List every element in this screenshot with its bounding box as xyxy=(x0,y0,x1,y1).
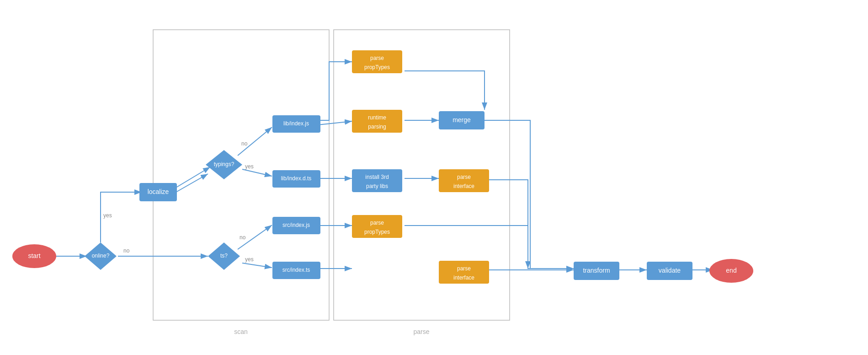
node-typings-label: typings? xyxy=(214,161,234,167)
node-parse-interface-2-label-1: parse xyxy=(457,265,471,272)
node-runtime-parsing-label-1: runtime xyxy=(368,114,386,121)
node-parse-interface-1: parse interface xyxy=(439,169,489,192)
svg-line-10 xyxy=(242,169,272,176)
node-parse-proptypes-1-label-1: parse xyxy=(370,55,384,61)
node-lib-index-dts: lib/index.d.ts xyxy=(272,170,320,188)
node-validate: validate xyxy=(647,262,692,280)
node-end: end xyxy=(709,259,753,283)
svg-line-7 xyxy=(176,167,210,188)
node-online-label: online? xyxy=(92,253,110,259)
node-parse-proptypes-1: parse propTypes xyxy=(352,50,402,73)
node-parse-proptypes-2-label-2: propTypes xyxy=(364,229,390,235)
node-parse-interface-1-label-2: interface xyxy=(453,183,474,189)
node-parse-proptypes-1-label-2: propTypes xyxy=(364,64,390,70)
node-lib-index-js: lib/index.js xyxy=(272,115,320,133)
node-install-3rd-label-1: install 3rd xyxy=(365,174,389,180)
node-transform-label: transform xyxy=(583,267,610,274)
svg-text:no: no xyxy=(240,234,246,241)
node-install-3rd-label-2: party libs xyxy=(366,183,388,189)
svg-text:yes: yes xyxy=(245,163,254,170)
node-localize-label: localize xyxy=(148,188,169,195)
node-merge-label: merge xyxy=(453,116,471,124)
svg-text:no: no xyxy=(241,140,248,147)
node-localize: localize xyxy=(139,183,177,201)
svg-line-4 xyxy=(176,174,208,192)
diagram-container: scan parse yes no no yes no yes xyxy=(0,0,868,355)
node-typings: typings? xyxy=(206,150,242,179)
svg-text:yes: yes xyxy=(103,212,112,219)
node-start: start xyxy=(12,244,56,268)
node-install-3rd: install 3rd party libs xyxy=(352,169,402,192)
node-parse-interface-1-label-1: parse xyxy=(457,174,471,180)
node-parse-proptypes-2-label-1: parse xyxy=(370,220,384,226)
group-parse-label: parse xyxy=(413,328,429,335)
node-lib-index-js-label: lib/index.js xyxy=(283,120,309,127)
node-parse-proptypes-2: parse propTypes xyxy=(352,215,402,238)
node-runtime-parsing: runtime parsing xyxy=(352,110,402,133)
group-scan-label: scan xyxy=(234,328,248,335)
node-validate-label: validate xyxy=(659,267,681,274)
node-ts: ts? xyxy=(208,242,240,270)
node-src-index-js-label: src/index.js xyxy=(282,222,310,228)
node-src-index-ts: src/index.ts xyxy=(272,262,320,279)
node-src-index-ts-label: src/index.ts xyxy=(282,267,310,273)
svg-text:no: no xyxy=(123,247,130,254)
svg-text:yes: yes xyxy=(245,256,254,263)
node-src-index-js: src/index.js xyxy=(272,217,320,234)
node-ts-label: ts? xyxy=(220,253,228,259)
svg-line-14 xyxy=(242,263,272,268)
flowchart: scan parse yes no no yes no yes xyxy=(0,0,868,355)
node-transform: transform xyxy=(574,262,619,280)
node-merge: merge xyxy=(439,111,485,129)
node-parse-interface-2-label-2: interface xyxy=(453,274,474,281)
node-lib-index-dts-label: lib/index.d.ts xyxy=(281,175,312,182)
node-runtime-parsing-label-2: parsing xyxy=(368,124,386,130)
node-start-label: start xyxy=(28,252,40,259)
node-end-label: end xyxy=(726,267,736,274)
svg-line-16 xyxy=(318,121,352,125)
node-online: online? xyxy=(85,242,117,270)
node-parse-interface-2: parse interface xyxy=(439,261,489,284)
